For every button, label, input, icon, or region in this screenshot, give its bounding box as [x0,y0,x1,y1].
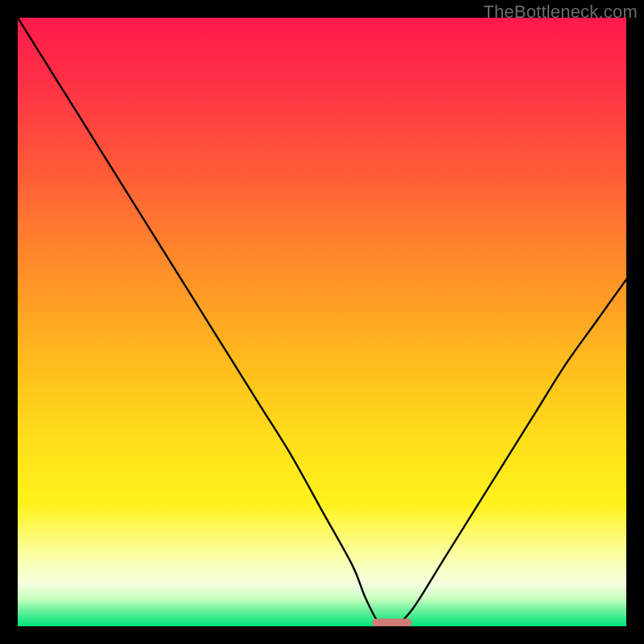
bottleneck-chart: TheBottleneck.com [0,0,644,644]
optimal-range-marker [372,619,411,626]
plot-area [18,18,626,626]
watermark-text: TheBottleneck.com [483,2,638,23]
gradient-background [18,18,626,626]
chart-svg [18,18,626,626]
